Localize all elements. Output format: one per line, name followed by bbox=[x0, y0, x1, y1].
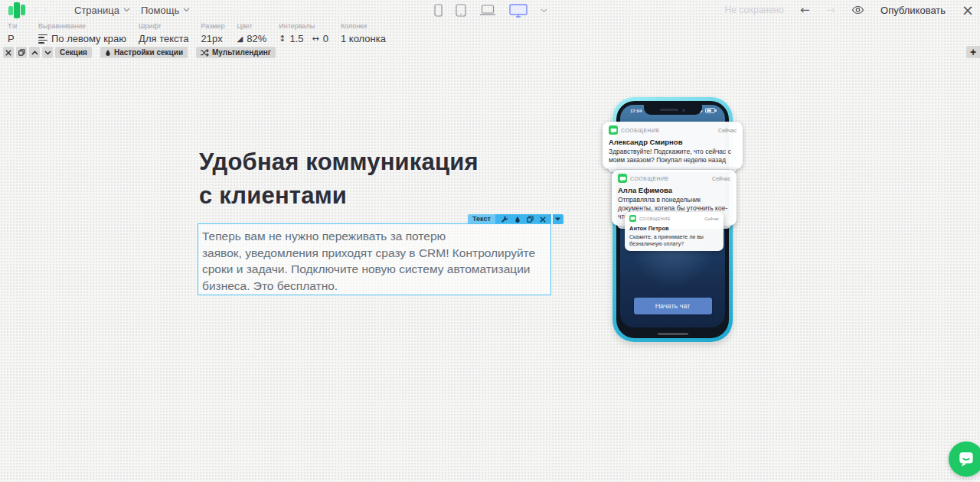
notification-card[interactable]: СООБЩЕНИЕ Сейчас Антон Петров Скажите, а… bbox=[625, 212, 724, 251]
caret-down-icon[interactable] bbox=[553, 214, 564, 224]
topbar-right: Не сохранено ← → Опубликовать × bbox=[725, 0, 974, 20]
move-section-down-button[interactable] bbox=[42, 47, 53, 58]
chevron-down-icon bbox=[123, 8, 130, 12]
font-size-control[interactable]: Размер 21px bbox=[201, 22, 225, 44]
align-left-icon bbox=[38, 34, 47, 44]
shuffle-icon bbox=[201, 49, 209, 57]
clone-icon[interactable] bbox=[527, 216, 534, 223]
publish-button[interactable]: Опубликовать bbox=[880, 5, 946, 16]
section-settings-button[interactable]: Настройки секции bbox=[100, 47, 188, 58]
wrench-icon[interactable] bbox=[501, 216, 508, 223]
preview-eye-icon[interactable] bbox=[851, 5, 864, 15]
line-height-icon: ↕ bbox=[279, 34, 286, 44]
clone-icon bbox=[18, 49, 25, 56]
duplicate-section-button[interactable] bbox=[16, 47, 27, 58]
section-label-chip[interactable]: Секция bbox=[55, 47, 92, 58]
undo-arrow-icon[interactable]: ← bbox=[800, 5, 810, 16]
chevron-down-icon bbox=[44, 50, 51, 55]
save-status: Не сохранено bbox=[725, 5, 784, 15]
page-menu[interactable]: Страница bbox=[74, 0, 130, 20]
section-toolbar: Секция Настройки секции Мультилендинг bbox=[3, 47, 276, 58]
phone-camera-dot bbox=[682, 109, 685, 112]
section-heading[interactable]: Удобная коммуникация с клиентами bbox=[199, 145, 479, 213]
history-forward-icon[interactable]: › bbox=[44, 4, 47, 15]
message-app-icon bbox=[629, 215, 636, 222]
delete-icon[interactable] bbox=[540, 217, 546, 223]
add-section-button[interactable]: + bbox=[966, 46, 980, 58]
phone-notch bbox=[644, 105, 702, 115]
phone-preview-icon[interactable] bbox=[434, 4, 443, 17]
start-chat-button[interactable]: Начать чат bbox=[634, 298, 712, 314]
tablet-preview-icon[interactable] bbox=[456, 4, 466, 17]
page-menu-label: Страница bbox=[74, 5, 119, 16]
editor-stage: ‹ › Страница Помощь Не сохранено ← → Опу… bbox=[0, 0, 980, 482]
delete-section-button[interactable] bbox=[3, 47, 14, 58]
color-opacity-triangle-icon: ◢ bbox=[237, 34, 243, 43]
chevron-down-icon[interactable] bbox=[541, 8, 547, 13]
columns-control[interactable]: Колонки 1 колонка bbox=[341, 22, 388, 44]
help-menu-label: Помощь bbox=[141, 5, 179, 16]
color-control[interactable]: Цвет ◢ 82% bbox=[237, 22, 266, 44]
chevron-up-icon bbox=[31, 50, 38, 55]
water-drop-icon bbox=[105, 49, 111, 57]
help-menu[interactable]: Помощь bbox=[141, 0, 190, 20]
history-back-icon[interactable]: ‹ bbox=[34, 4, 38, 15]
phone-speaker bbox=[660, 109, 678, 111]
chevron-down-icon bbox=[183, 8, 190, 12]
selected-text-block[interactable]: Теперь вам не нужно переживать за потерю… bbox=[198, 223, 551, 295]
laptop-preview-icon[interactable] bbox=[479, 5, 496, 16]
status-time: 17:04 bbox=[630, 109, 642, 113]
spacing-control[interactable]: Интервалы ↕ 1.5 ↔ 0 bbox=[279, 22, 328, 44]
device-preview-switcher bbox=[434, 0, 547, 21]
home-indicator bbox=[658, 333, 688, 335]
message-app-icon bbox=[609, 125, 618, 135]
redo-arrow-icon[interactable]: → bbox=[825, 5, 835, 16]
message-app-icon bbox=[618, 174, 627, 183]
battery-icon bbox=[705, 108, 715, 113]
brand-logo-icon[interactable] bbox=[8, 2, 27, 18]
letter-spacing-icon: ↔ bbox=[312, 34, 319, 44]
droplet-icon[interactable] bbox=[514, 216, 521, 223]
live-chat-widget-button[interactable] bbox=[949, 441, 980, 477]
close-icon bbox=[5, 50, 11, 56]
text-format-toolbar: Тэг P Выравнивание По левому краю Шрифт … bbox=[8, 22, 400, 44]
close-icon[interactable]: × bbox=[962, 3, 974, 18]
alignment-control[interactable]: Выравнивание По левому краю bbox=[38, 22, 126, 44]
tag-control[interactable]: Тэг P bbox=[8, 22, 26, 44]
history-icons: ‹ › bbox=[34, 4, 47, 15]
plus-icon: + bbox=[970, 46, 976, 58]
move-section-up-button[interactable] bbox=[29, 47, 40, 58]
chat-bubble-icon bbox=[956, 449, 976, 469]
desktop-preview-icon[interactable] bbox=[509, 4, 528, 18]
multilanding-button[interactable]: Мультилендинг bbox=[196, 47, 276, 58]
font-control[interactable]: Шрифт Для текста bbox=[139, 22, 188, 44]
notification-card[interactable]: СООБЩЕНИЕ Сейчас Александр Смирнов Здрав… bbox=[603, 122, 743, 169]
